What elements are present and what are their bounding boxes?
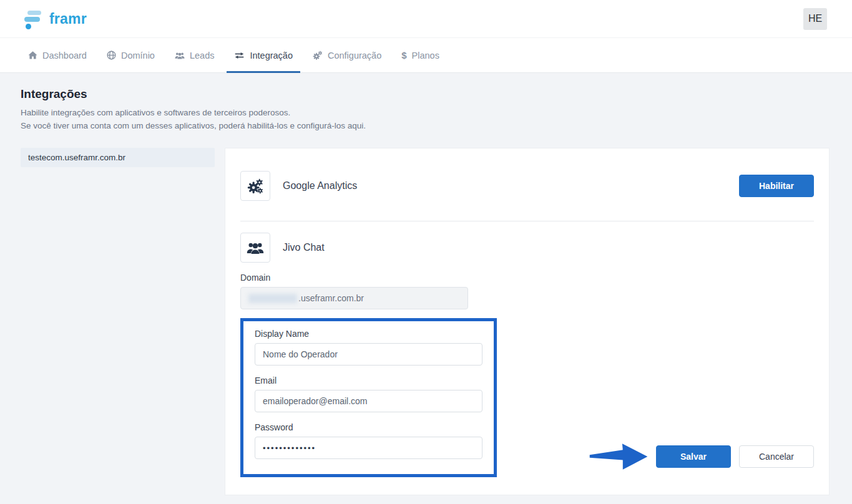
nav-item-dominio[interactable]: Domínio: [99, 38, 162, 72]
users-icon: [175, 51, 185, 60]
users-icon: [240, 233, 270, 263]
nav-item-leads[interactable]: Leads: [167, 38, 222, 72]
password-input[interactable]: [255, 437, 482, 459]
cogs-icon: [240, 171, 270, 201]
integration-row-google-analytics: Google Analytics Habilitar: [240, 171, 814, 201]
password-field: Password: [255, 422, 482, 459]
annotation-arrow-icon: [586, 440, 652, 473]
app-logo[interactable]: framr: [21, 6, 87, 31]
integration-name: Jivo Chat: [283, 242, 325, 253]
page-subtitle-line1: Habilite integrações com aplicativos e s…: [21, 106, 831, 119]
display-name-field: Display Name: [255, 329, 482, 366]
globe-icon: [107, 51, 116, 60]
nav-item-integracao[interactable]: Integração: [227, 38, 300, 72]
email-label: Email: [255, 376, 482, 385]
nav-label: Domínio: [121, 51, 155, 61]
domain-sidebar: testecom.useframr.com.br: [21, 148, 215, 167]
password-label: Password: [255, 422, 482, 432]
main-nav: Dashboard Domínio Leads Integração Confi…: [0, 37, 852, 73]
framr-logo-icon: [21, 6, 43, 31]
cancelar-button[interactable]: Cancelar: [739, 445, 814, 468]
app-header: framr HE: [0, 0, 852, 37]
user-avatar[interactable]: HE: [803, 8, 827, 30]
logo-text: framr: [49, 11, 87, 27]
domain-label: Domain: [240, 273, 814, 283]
form-actions: Salvar Cancelar: [586, 440, 814, 473]
nav-label: Dashboard: [42, 51, 87, 61]
annotation-highlight-box: Display Name Email Password: [240, 318, 497, 477]
domain-input: .useframr.com.br: [240, 287, 468, 309]
integration-name: Google Analytics: [283, 180, 357, 191]
salvar-button[interactable]: Salvar: [656, 445, 731, 468]
sidebar-item-domain[interactable]: testecom.useframr.com.br: [21, 148, 215, 167]
habilitar-button[interactable]: Habilitar: [739, 175, 814, 197]
nav-label: Leads: [190, 51, 215, 61]
nav-label: Configuração: [328, 51, 381, 61]
nav-item-planos[interactable]: $ Planos: [394, 38, 447, 72]
integrations-card: Google Analytics Habilitar Jivo Chat Dom…: [225, 148, 830, 495]
page-title: Integrações: [21, 87, 831, 101]
page-header: Integrações Habilite integrações com apl…: [0, 73, 852, 132]
cogs-icon: [313, 51, 323, 61]
exchange-icon: [234, 51, 245, 60]
nav-label: Planos: [412, 51, 439, 61]
nav-label: Integração: [250, 51, 293, 61]
home-icon: [28, 51, 37, 60]
domain-suffix: .useframr.com.br: [298, 293, 364, 303]
divider: [240, 221, 814, 221]
integration-row-jivo-chat: Jivo Chat: [240, 233, 814, 263]
domain-redacted-blur: [248, 294, 297, 303]
email-field: Email: [255, 376, 482, 412]
display-name-input[interactable]: [255, 343, 482, 366]
dollar-icon: $: [401, 50, 406, 61]
nav-item-dashboard[interactable]: Dashboard: [21, 38, 94, 72]
domain-field: Domain .useframr.com.br: [240, 273, 814, 309]
email-input[interactable]: [255, 390, 482, 412]
content-columns: testecom.useframr.com.br Google Analytic…: [0, 132, 852, 495]
display-name-label: Display Name: [255, 329, 482, 339]
page-subtitle-line2: Se você tiver uma conta com um desses ap…: [21, 119, 831, 132]
nav-item-configuracao[interactable]: Configuração: [305, 38, 389, 72]
